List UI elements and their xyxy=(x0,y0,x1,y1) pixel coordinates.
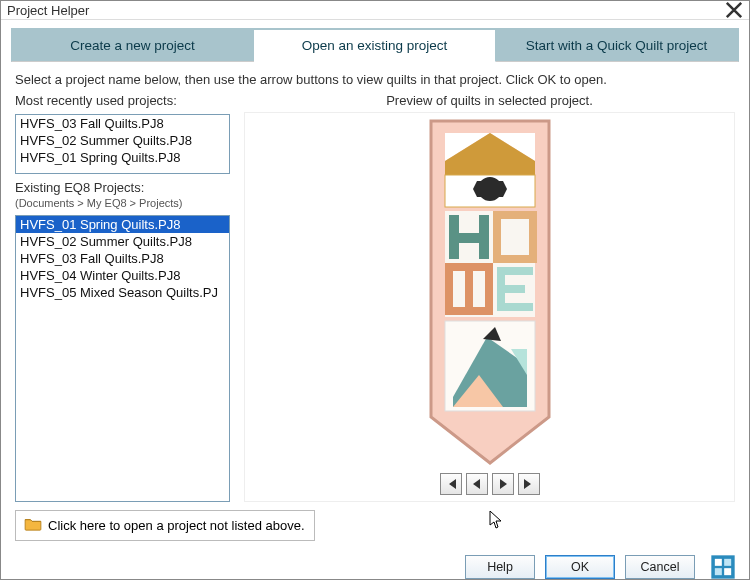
project-helper-dialog: Project Helper Create a new project Open… xyxy=(0,0,750,580)
existing-label: Existing EQ8 Projects: xyxy=(15,180,230,195)
instruction-text: Select a project name below, then use th… xyxy=(15,72,735,87)
first-button[interactable] xyxy=(440,473,462,495)
tab-bar: Create a new project Open an existing pr… xyxy=(11,28,739,62)
list-item[interactable]: HVFS_02 Summer Quilts.PJ8 xyxy=(16,132,229,149)
svg-rect-22 xyxy=(715,568,722,575)
preview-label: Preview of quilts in selected project. xyxy=(244,93,735,108)
last-button[interactable] xyxy=(518,473,540,495)
svg-rect-23 xyxy=(724,568,731,575)
existing-path: (Documents > My EQ8 > Projects) xyxy=(15,197,230,209)
body-row: Most recently used projects: HVFS_03 Fal… xyxy=(15,93,735,502)
prev-button[interactable] xyxy=(466,473,488,495)
footer: Help OK Cancel xyxy=(1,547,749,580)
list-item[interactable]: HVFS_02 Summer Quilts.PJ8 xyxy=(16,233,229,250)
open-other-label: Click here to open a project not listed … xyxy=(48,518,305,533)
help-button[interactable]: Help xyxy=(465,555,535,579)
recent-label: Most recently used projects: xyxy=(15,93,230,108)
list-item[interactable]: HVFS_05 Mixed Season Quilts.PJ xyxy=(16,284,229,301)
list-item[interactable]: HVFS_03 Fall Quilts.PJ8 xyxy=(16,250,229,267)
svg-rect-21 xyxy=(724,559,731,566)
close-button[interactable] xyxy=(725,1,743,19)
ok-button[interactable]: OK xyxy=(545,555,615,579)
tab-open-project[interactable]: Open an existing project xyxy=(254,30,496,62)
preview-area xyxy=(244,112,735,502)
svg-rect-13 xyxy=(497,267,505,311)
svg-rect-6 xyxy=(449,233,489,243)
open-other-project-button[interactable]: Click here to open a project not listed … xyxy=(15,510,315,541)
preview-canvas xyxy=(245,113,734,467)
quilt-preview-image xyxy=(427,117,553,467)
content-pane: Select a project name below, then use th… xyxy=(1,62,749,506)
window-title: Project Helper xyxy=(7,3,725,18)
cancel-button[interactable]: Cancel xyxy=(625,555,695,579)
svg-marker-2 xyxy=(473,181,507,197)
app-logo xyxy=(709,553,737,580)
recent-projects-list[interactable]: HVFS_03 Fall Quilts.PJ8 HVFS_02 Summer Q… xyxy=(15,114,230,174)
list-item[interactable]: HVFS_01 Spring Quilts.PJ8 xyxy=(16,149,229,166)
right-column: Preview of quilts in selected project. xyxy=(244,93,735,502)
list-item[interactable]: HVFS_03 Fall Quilts.PJ8 xyxy=(16,115,229,132)
folder-icon xyxy=(24,517,42,534)
left-column: Most recently used projects: HVFS_03 Fal… xyxy=(15,93,230,502)
list-item[interactable]: HVFS_01 Spring Quilts.PJ8 xyxy=(16,216,229,233)
preview-nav xyxy=(440,467,540,501)
svg-rect-20 xyxy=(715,559,722,566)
titlebar: Project Helper xyxy=(1,1,749,20)
tab-quick-quilt[interactable]: Start with a Quick Quilt project xyxy=(496,29,738,61)
existing-projects-list[interactable]: HVFS_01 Spring Quilts.PJ8 HVFS_02 Summer… xyxy=(15,215,230,502)
svg-rect-9 xyxy=(465,267,473,311)
svg-rect-19 xyxy=(711,555,734,578)
list-item[interactable]: HVFS_04 Winter Quilts.PJ8 xyxy=(16,267,229,284)
next-button[interactable] xyxy=(492,473,514,495)
tab-create-project[interactable]: Create a new project xyxy=(12,29,254,61)
